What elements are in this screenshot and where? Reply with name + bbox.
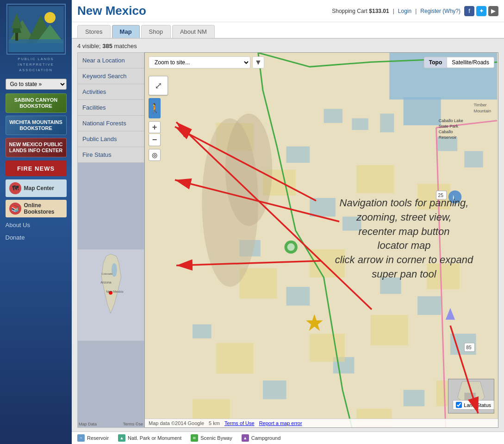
svg-rect-20	[352, 118, 368, 130]
header: New Mexico Shopping Cart $133.01 | Login…	[72, 0, 504, 22]
svg-text:State Park: State Park	[439, 124, 459, 129]
navigation-controls: ⤢ 🚶 + − ◎	[149, 76, 168, 161]
filter-fire-status[interactable]: Fire Status	[78, 147, 144, 163]
mini-map-data-text: Map Data	[79, 422, 97, 426]
pan-control[interactable]: ⤢	[149, 76, 168, 95]
svg-point-50	[225, 114, 272, 226]
map-data-text: Map data ©2014 Google	[149, 420, 204, 426]
svg-text:Timber: Timber	[474, 103, 487, 107]
map-center-icon: 🗺	[9, 182, 21, 194]
tab-shop[interactable]: Shop	[141, 25, 171, 38]
mini-map-terms: Terms ©se	[123, 422, 143, 426]
map-layout: Near a Location Keyword Search Activitie…	[77, 52, 498, 428]
social-icons: f ✦ ▶	[464, 6, 498, 16]
logo-area: PUBLIC LANDS INTERPRETIVE ASSOCIATION	[4, 2, 68, 74]
svg-point-4	[44, 12, 56, 23]
svg-rect-25	[310, 198, 336, 217]
map-container: 4 visible; 385 matches Near a Location K…	[72, 39, 504, 432]
filter-keyword[interactable]: Keyword Search	[78, 68, 144, 84]
sidebar-item-map-center[interactable]: 🗺 Map Center	[6, 179, 67, 197]
fire-news-label: FIRE NEWS	[17, 165, 55, 172]
main-map[interactable]: 25 85 i	[144, 52, 498, 428]
svg-rect-18	[404, 97, 441, 125]
sidebar: PUBLIC LANDS INTERPRETIVE ASSOCIATION Go…	[0, 0, 72, 444]
state-select[interactable]: Go to state »	[6, 79, 67, 90]
filter-public-lands[interactable]: Public Lands	[78, 131, 144, 147]
svg-rect-35	[193, 324, 212, 338]
zoom-to-site-select[interactable]: Zoom to site...	[149, 56, 250, 68]
sidebar-item-sabino[interactable]: SABINO CANYON BOOKSTORE	[6, 93, 67, 113]
header-right: Shopping Cart $133.01 | Login | Register…	[332, 6, 498, 16]
zoom-out-button[interactable]: −	[149, 134, 161, 146]
map-type-satellite[interactable]: Satellite/Roads	[447, 57, 494, 68]
svg-text:Arizona: Arizona	[100, 281, 112, 284]
filter-panel: Near a Location Keyword Search Activitie…	[77, 52, 144, 428]
svg-text:Caballo Lake: Caballo Lake	[439, 118, 463, 123]
tab-map[interactable]: Map	[112, 25, 140, 38]
campground-icon: ▲	[242, 434, 249, 442]
bookstore-label: Online Bookstores	[24, 202, 63, 215]
facebook-icon[interactable]: f	[464, 6, 474, 16]
svg-text:85: 85	[466, 345, 472, 350]
map-stats: 4 visible; 385 matches	[77, 43, 498, 49]
svg-point-58	[287, 243, 295, 251]
filter-facilities[interactable]: Facilities	[78, 100, 144, 116]
svg-rect-38	[356, 165, 394, 193]
sidebar-item-wichita[interactable]: WICHITA MOUNTAINS BOOKSTORE	[6, 116, 67, 135]
filter-near-location[interactable]: Near a Location	[78, 53, 144, 68]
footer-legend: ~ Reservoir ▲ Natl. Park or Monument ≋ S…	[72, 432, 504, 444]
land-status-input[interactable]	[456, 402, 462, 408]
svg-text:i: i	[453, 195, 454, 201]
filter-activities[interactable]: Activities	[78, 84, 144, 100]
scenic-icon: ≋	[191, 434, 198, 442]
sidebar-item-donate[interactable]: Donate	[6, 232, 67, 243]
map-toolbar: Zoom to site... ▼ Topo Satellite/Roads	[145, 56, 498, 68]
svg-rect-30	[417, 296, 441, 315]
register-link[interactable]: Register (Why?)	[420, 8, 460, 14]
svg-rect-28	[286, 287, 310, 306]
filter-national-forests[interactable]: National Forests	[78, 116, 144, 131]
map-type-topo[interactable]: Topo	[424, 57, 447, 68]
svg-text:Mountain: Mountain	[474, 109, 491, 113]
youtube-icon[interactable]: ▶	[488, 6, 498, 16]
zoom-select-wrapper: Zoom to site... ▼	[149, 56, 264, 68]
zoom-dropdown-button[interactable]: ▼	[252, 56, 264, 68]
svg-rect-26	[342, 216, 361, 230]
fire-news-button[interactable]: FIRE NEWS	[6, 160, 67, 176]
zoom-in-button[interactable]: +	[149, 121, 161, 133]
cart-info: Shopping Cart $133.01	[332, 8, 389, 14]
svg-rect-24	[464, 151, 483, 167]
svg-rect-5	[8, 39, 64, 52]
login-link[interactable]: Login	[398, 8, 411, 14]
park-icon: ▲	[118, 434, 125, 442]
svg-text:Caballo: Caballo	[439, 130, 453, 134]
pegman-streetview[interactable]: 🚶	[149, 98, 161, 118]
logo-text: PUBLIC LANDS INTERPRETIVE ASSOCIATION	[18, 56, 54, 73]
sidebar-item-nm[interactable]: NEW MEXICO PUBLIC LANDS INFO CENTER	[6, 138, 67, 157]
land-status-checkbox[interactable]: Land Status	[453, 400, 494, 410]
bookstore-icon: 📚	[9, 203, 21, 215]
legend-reservoir: ~ Reservoir	[77, 434, 109, 442]
svg-rect-29	[380, 278, 401, 294]
svg-rect-21	[380, 114, 394, 133]
svg-text:New Mexico: New Mexico	[106, 290, 124, 293]
sidebar-item-online-bookstores[interactable]: 📚 Online Bookstores	[6, 200, 67, 217]
svg-rect-44	[216, 343, 254, 374]
main-content: New Mexico Shopping Cart $133.01 | Login…	[72, 0, 504, 444]
terms-of-use-link[interactable]: Terms of Use	[224, 420, 255, 426]
map-bottom-bar: Map data ©2014 Google 5 km Terms of Use …	[145, 419, 498, 427]
svg-text:Reservoir: Reservoir	[439, 135, 457, 140]
sidebar-item-about-us[interactable]: About Us	[6, 220, 67, 230]
report-error-link[interactable]: Report a map error	[259, 420, 302, 426]
nm-label: NEW MEXICO PUBLIC LANDS INFO CENTER	[7, 142, 65, 154]
map-type-buttons: Topo Satellite/Roads	[424, 57, 494, 68]
svg-rect-42	[371, 315, 408, 345]
tab-stores[interactable]: Stores	[77, 25, 111, 38]
land-status-label: Land Status	[464, 402, 491, 408]
twitter-icon[interactable]: ✦	[476, 6, 486, 16]
map-center-label: Map Center	[24, 185, 54, 191]
tab-about-nm[interactable]: About NM	[172, 25, 215, 38]
state-select-wrapper[interactable]: Go to state »	[6, 79, 67, 90]
recenter-button[interactable]: ◎	[149, 149, 161, 161]
svg-text:25: 25	[438, 193, 444, 198]
